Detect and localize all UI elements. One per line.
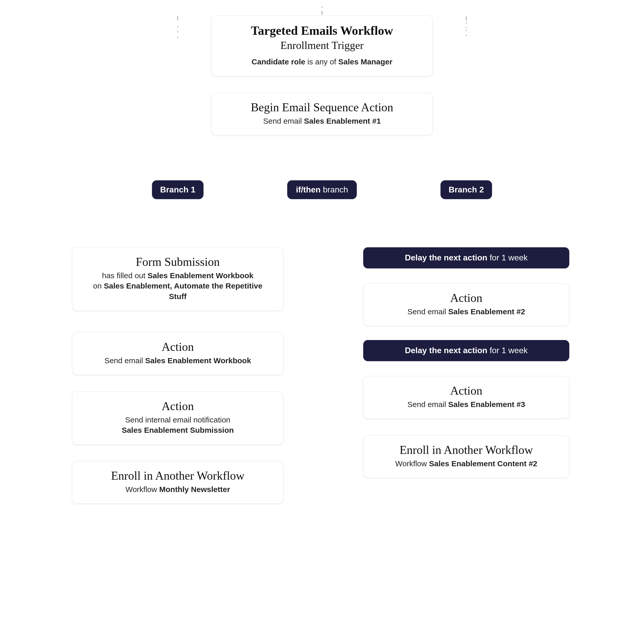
branch2-action2-detail: Send email Sales Enablement #3 xyxy=(374,399,558,410)
trigger-subtitle: Enrollment Trigger xyxy=(222,39,422,52)
branch1-enroll-detail: Workflow Monthly Newsletter xyxy=(83,484,272,495)
branch1-form-title: Form Submission xyxy=(83,255,272,269)
trigger-title: Targeted Emails Workflow xyxy=(222,23,422,38)
branch2-action1-card: Action Send email Sales Enablement #2 xyxy=(363,283,569,326)
workflow-diagram: Targeted Emails Workflow Enrollment Trig… xyxy=(57,0,587,52)
branch1-action2-card: Action Send internal email notificationS… xyxy=(72,392,283,445)
branch1-action2-title: Action xyxy=(83,400,272,413)
branch1-action2-detail: Send internal email notificationSales En… xyxy=(83,415,272,436)
branch1-action1-title: Action xyxy=(83,340,272,354)
branch1-enroll-title: Enroll in Another Workflow xyxy=(83,469,272,483)
branch1-form-detail: has filled out Sales Enablement Workbook… xyxy=(83,270,272,302)
begin-action-detail: Send email Sales Enablement #1 xyxy=(222,116,422,126)
begin-action-title: Begin Email Sequence Action xyxy=(222,101,422,114)
branch1-action1-detail: Send email Sales Enablement Workbook xyxy=(83,355,272,366)
branch-2-pill: Branch 2 xyxy=(440,180,492,199)
branch2-action1-title: Action xyxy=(374,291,558,305)
branch2-enroll-card: Enroll in Another Workflow Workflow Sale… xyxy=(363,435,569,478)
branch2-delay1-pill: Delay the next action for 1 week xyxy=(363,247,569,268)
trigger-detail-field: Candidate role xyxy=(252,57,305,66)
begin-action-email: Sales Enablement #1 xyxy=(304,117,381,125)
trigger-card: Targeted Emails Workflow Enrollment Trig… xyxy=(211,15,433,76)
begin-action-card: Begin Email Sequence Action Send email S… xyxy=(211,93,433,135)
branch2-delay2-pill: Delay the next action for 1 week xyxy=(363,340,569,361)
branch1-form-card: Form Submission has filled out Sales Ena… xyxy=(72,247,283,311)
branch1-action1-card: Action Send email Sales Enablement Workb… xyxy=(72,332,283,375)
ifthen-branch-pill: if/then branch xyxy=(287,180,357,199)
branch2-action2-card: Action Send email Sales Enablement #3 xyxy=(363,376,569,419)
trigger-detail-value: Sales Manager xyxy=(338,57,392,66)
branch2-action2-title: Action xyxy=(374,384,558,398)
branch2-enroll-title: Enroll in Another Workflow xyxy=(374,443,558,457)
branch1-enroll-card: Enroll in Another Workflow Workflow Mont… xyxy=(72,461,283,504)
trigger-detail: Candidate role is any of Sales Manager xyxy=(222,57,422,67)
branch2-action1-detail: Send email Sales Enablement #2 xyxy=(374,307,558,317)
branch2-enroll-detail: Workflow Sales Enablement Content #2 xyxy=(374,459,558,469)
branch-1-pill: Branch 1 xyxy=(152,180,204,199)
